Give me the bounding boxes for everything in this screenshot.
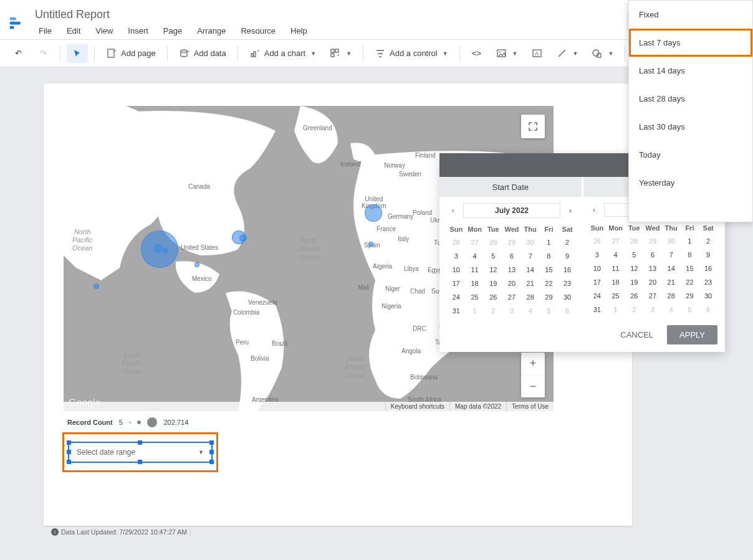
terms-link[interactable]: Terms of Use (506, 402, 554, 411)
calendar-day[interactable]: 9 (699, 248, 717, 262)
shape-button[interactable]: ▼ (587, 44, 618, 63)
calendar-day[interactable]: 29 (681, 289, 699, 303)
zoom-in-button[interactable]: + (521, 353, 545, 375)
menu-resource[interactable]: Resource (234, 24, 282, 38)
calendar-day[interactable]: 5 (540, 304, 559, 318)
calendar-day[interactable]: 28 (625, 234, 643, 248)
fullscreen-button[interactable] (521, 115, 545, 138)
calendar-day[interactable]: 14 (521, 263, 540, 277)
calendar-day[interactable]: 1 (540, 235, 559, 249)
calendar-day[interactable]: 30 (662, 234, 681, 248)
calendar-day[interactable]: 22 (681, 275, 699, 289)
calendar-day[interactable]: 11 (607, 262, 625, 275)
calendar-day[interactable]: 19 (625, 275, 643, 289)
bubble-uk[interactable] (365, 204, 382, 222)
calendar-day[interactable]: 13 (643, 262, 662, 275)
calendar-day[interactable]: 27 (607, 234, 625, 248)
embed-button[interactable]: <> (466, 44, 487, 63)
calendar-day[interactable]: 31 (447, 304, 466, 318)
calendar-day[interactable]: 5 (484, 249, 502, 263)
calendar-day[interactable]: 3 (588, 248, 607, 262)
calendar-day[interactable]: 24 (447, 290, 466, 304)
select-tool[interactable] (67, 44, 88, 63)
calendar-day[interactable]: 27 (643, 289, 662, 303)
bubble[interactable] (239, 234, 247, 242)
calendar-day[interactable]: 6 (643, 248, 662, 262)
date-range-control[interactable]: Select date range ▼ (68, 442, 213, 463)
calendar-day[interactable]: 4 (466, 249, 484, 263)
calendar-day[interactable]: 8 (681, 248, 699, 262)
apply-button[interactable]: APPLY (667, 325, 717, 344)
community-viz-button[interactable]: +▼ (325, 44, 357, 63)
calendar-day[interactable]: 3 (447, 249, 466, 263)
calendar-day[interactable]: 26 (484, 290, 502, 304)
preset-yesterday[interactable]: Yesterday (629, 169, 752, 197)
zoom-out-button[interactable]: − (521, 375, 545, 397)
add-control-button[interactable]: Add a control▼ (370, 44, 453, 63)
menu-help[interactable]: Help (284, 24, 314, 38)
calendar-day[interactable]: 18 (607, 275, 625, 289)
menu-arrange[interactable]: Arrange (191, 24, 232, 38)
add-page-button[interactable]: +Add page (101, 44, 161, 63)
calendar-day[interactable]: 18 (466, 277, 484, 290)
calendar-day[interactable]: 10 (588, 262, 607, 275)
calendar-day[interactable]: 23 (558, 277, 577, 290)
calendar-day[interactable]: 7 (662, 248, 681, 262)
calendar-day[interactable]: 3 (502, 304, 521, 318)
preset-fixed[interactable]: Fixed (629, 1, 752, 29)
calendar-day[interactable]: 30 (521, 235, 540, 249)
calendar-day[interactable]: 1 (607, 303, 625, 316)
calendar-day[interactable]: 12 (625, 262, 643, 275)
calendar-day[interactable]: 17 (447, 277, 466, 290)
calendar-day[interactable]: 16 (558, 263, 577, 277)
prev-month-button[interactable]: ‹ (588, 206, 600, 214)
calendar-day[interactable]: 28 (662, 289, 681, 303)
calendar-day[interactable]: 26 (625, 289, 643, 303)
redo-button[interactable]: ↷ (32, 44, 54, 63)
calendar-day[interactable]: 21 (521, 277, 540, 290)
calendar-day[interactable]: 2 (625, 303, 643, 316)
calendar-day[interactable]: 28 (484, 235, 502, 249)
menu-edit[interactable]: Edit (60, 24, 87, 38)
preset-today[interactable]: Today (629, 141, 752, 169)
calendar-day[interactable]: 6 (502, 249, 521, 263)
calendar-day[interactable]: 27 (466, 235, 484, 249)
calendar-day[interactable]: 30 (558, 290, 577, 304)
calendar-day[interactable]: 2 (699, 234, 717, 248)
calendar-day[interactable]: 15 (540, 263, 559, 277)
month-title[interactable]: July 2022 (463, 203, 560, 218)
calendar-day[interactable]: 14 (662, 262, 681, 275)
calendar-day[interactable]: 8 (540, 249, 559, 263)
calendar-day[interactable]: 4 (521, 304, 540, 318)
calendar-day[interactable]: 11 (466, 263, 484, 277)
preset-last-28-days[interactable]: Last 28 days (629, 85, 752, 113)
calendar-day[interactable]: 15 (681, 262, 699, 275)
calendar-day[interactable]: 2 (484, 304, 502, 318)
bubble[interactable] (194, 262, 199, 267)
menu-view[interactable]: View (89, 24, 119, 38)
add-data-button[interactable]: +Add data (174, 44, 231, 63)
calendar-day[interactable]: 3 (643, 303, 662, 316)
next-month-button[interactable]: › (564, 206, 577, 215)
calendar-day[interactable]: 20 (502, 277, 521, 290)
add-chart-button[interactable]: +Add a chart▼ (244, 44, 321, 63)
calendar-day[interactable]: 2 (558, 235, 577, 249)
calendar-day[interactable]: 24 (588, 289, 607, 303)
calendar-day[interactable]: 1 (681, 234, 699, 248)
calendar-day[interactable]: 21 (662, 275, 681, 289)
calendar-day[interactable]: 20 (643, 275, 662, 289)
calendar-day[interactable]: 12 (484, 263, 502, 277)
start-date-tab[interactable]: Start Date (439, 177, 582, 197)
preset-last-14-days[interactable]: Last 14 days (629, 57, 752, 85)
calendar-day[interactable]: 7 (521, 249, 540, 263)
menu-file[interactable]: File (32, 24, 58, 38)
calendar-day[interactable]: 29 (502, 235, 521, 249)
calendar-day[interactable]: 4 (607, 248, 625, 262)
calendar-day[interactable]: 22 (540, 277, 559, 290)
bubble[interactable] (368, 242, 373, 247)
calendar-day[interactable]: 26 (588, 234, 607, 248)
calendar-day[interactable]: 5 (625, 248, 643, 262)
menu-insert[interactable]: Insert (122, 24, 155, 38)
calendar-day[interactable]: 27 (502, 290, 521, 304)
calendar-day[interactable]: 6 (558, 304, 577, 318)
